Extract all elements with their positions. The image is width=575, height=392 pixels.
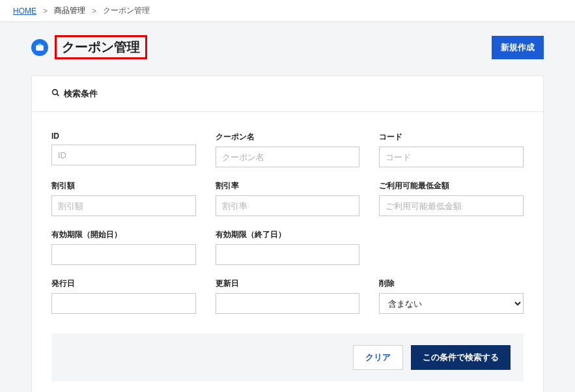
- field-valid-to: 有効期限（終了日）: [216, 229, 360, 265]
- input-coupon-name[interactable]: [216, 147, 360, 167]
- input-discount-rate[interactable]: [216, 195, 360, 216]
- input-discount-amount[interactable]: [51, 195, 196, 216]
- input-issued-at[interactable]: [51, 293, 196, 314]
- input-code[interactable]: [379, 147, 524, 167]
- field-discount-rate: 割引率: [216, 180, 360, 216]
- breadcrumb: HOME > 商品管理 > クーポン管理: [0, 0, 575, 22]
- breadcrumb-sep-icon: >: [92, 7, 96, 16]
- clear-button[interactable]: クリア: [353, 345, 403, 370]
- label-min-usable-amount: ご利用可能最低金額: [379, 180, 524, 191]
- input-updated-at[interactable]: [216, 293, 360, 314]
- create-new-button[interactable]: 新規作成: [492, 36, 544, 59]
- input-valid-from[interactable]: [51, 244, 196, 265]
- label-coupon-name: クーポン名: [216, 132, 360, 143]
- field-discount-amount: 割引額: [51, 180, 196, 216]
- action-bar: クリア この条件で検索する: [51, 333, 524, 382]
- breadcrumb-home[interactable]: HOME: [13, 7, 36, 16]
- search-panel-title: 検索条件: [64, 88, 98, 100]
- search-icon: [51, 89, 60, 99]
- coupon-briefcase-icon: [31, 39, 48, 56]
- field-updated-at: 更新日: [216, 278, 360, 314]
- breadcrumb-sep-icon: >: [43, 7, 48, 16]
- input-valid-to[interactable]: [216, 244, 360, 265]
- select-deleted[interactable]: 含まない: [379, 293, 524, 314]
- search-panel-header: 検索条件: [32, 76, 543, 112]
- label-updated-at: 更新日: [216, 278, 360, 289]
- label-deleted: 削除: [379, 278, 524, 289]
- field-code: コード: [379, 132, 524, 167]
- page-title: クーポン管理: [55, 35, 147, 59]
- field-deleted: 削除 含まない: [379, 278, 524, 314]
- breadcrumb-current: クーポン管理: [103, 5, 150, 16]
- input-min-usable-amount[interactable]: [379, 195, 524, 216]
- field-valid-from: 有効期限（開始日）: [51, 229, 196, 265]
- field-issued-at: 発行日: [51, 278, 196, 314]
- svg-line-1: [57, 94, 59, 96]
- input-id[interactable]: [51, 145, 196, 165]
- label-discount-rate: 割引率: [216, 180, 360, 191]
- field-coupon-name: クーポン名: [216, 132, 360, 167]
- search-panel: 検索条件 ID クーポン名 コード 割引額: [31, 76, 544, 392]
- field-id: ID: [51, 132, 196, 167]
- svg-point-0: [53, 90, 58, 95]
- search-button[interactable]: この条件で検索する: [411, 345, 511, 370]
- label-issued-at: 発行日: [51, 278, 196, 289]
- label-id: ID: [51, 132, 196, 141]
- label-valid-from: 有効期限（開始日）: [51, 229, 196, 240]
- label-code: コード: [379, 132, 524, 143]
- page-header: クーポン管理 新規作成: [31, 35, 544, 59]
- field-min-usable-amount: ご利用可能最低金額: [379, 180, 524, 216]
- label-valid-to: 有効期限（終了日）: [216, 229, 360, 240]
- label-discount-amount: 割引額: [51, 180, 196, 191]
- breadcrumb-item: 商品管理: [54, 5, 85, 16]
